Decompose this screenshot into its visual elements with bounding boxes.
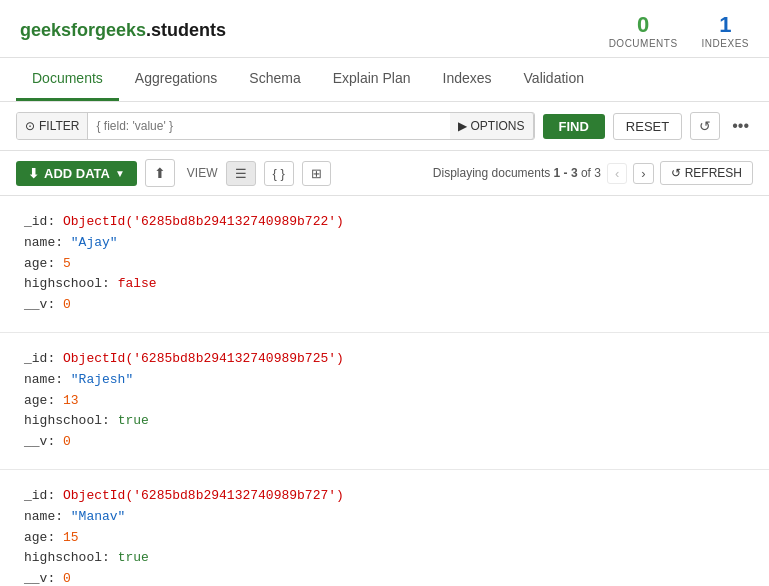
- options-label: OPTIONS: [470, 119, 524, 133]
- view-code-button[interactable]: { }: [264, 161, 294, 186]
- logo: geeksforgeeks.students: [20, 20, 226, 41]
- view-table-button[interactable]: ⊞: [302, 161, 331, 186]
- filter-wrapper: ⊙ FILTER ▶ OPTIONS: [16, 112, 535, 140]
- more-options-button[interactable]: •••: [728, 115, 753, 137]
- view-label: VIEW: [187, 166, 218, 180]
- data-toolbar: ⬇ ADD DATA ▼ ⬆ VIEW ☰ { } ⊞ Displaying d…: [0, 151, 769, 196]
- doc3-name-line: name: "Manav": [24, 507, 745, 528]
- documents-count: 0: [609, 12, 678, 38]
- doc2-name-line: name: "Rajesh": [24, 370, 745, 391]
- indexes-stat: 1 INDEXES: [702, 12, 749, 49]
- doc1-name-line: name: "Ajay": [24, 233, 745, 254]
- header: geeksforgeeks.students 0 DOCUMENTS 1 IND…: [0, 0, 769, 58]
- doc2-id-line: _id: ObjectId('6285bd8b294132740989b725'…: [24, 349, 745, 370]
- tab-schema[interactable]: Schema: [233, 58, 316, 101]
- indexes-count: 1: [702, 12, 749, 38]
- filter-icon: ⊙: [25, 119, 35, 133]
- tab-validation[interactable]: Validation: [508, 58, 600, 101]
- doc2-age-line: age: 13: [24, 391, 745, 412]
- document-card-3: _id: ObjectId('6285bd8b294132740989b727'…: [0, 470, 769, 586]
- export-button[interactable]: ⬆: [145, 159, 175, 187]
- filter-label: FILTER: [39, 119, 79, 133]
- refresh-label: REFRESH: [685, 166, 742, 180]
- paging-info: Displaying documents 1 - 3 of 3 ‹ › ↺ RE…: [433, 161, 753, 185]
- options-arrow-icon: ▶: [458, 119, 467, 133]
- indexes-label: INDEXES: [702, 38, 749, 49]
- header-stats: 0 DOCUMENTS 1 INDEXES: [609, 12, 749, 49]
- doc3-highschool-line: highschool: true: [24, 548, 745, 569]
- paging-text: Displaying documents 1 - 3 of 3: [433, 166, 601, 180]
- view-list-button[interactable]: ☰: [226, 161, 256, 186]
- doc1-v-line: __v: 0: [24, 295, 745, 316]
- add-data-label: ADD DATA: [44, 166, 110, 181]
- tab-documents[interactable]: Documents: [16, 58, 119, 101]
- tabs: Documents Aggregations Schema Explain Pl…: [0, 58, 769, 102]
- reset-button[interactable]: RESET: [613, 113, 682, 140]
- doc1-id-line: _id: ObjectId('6285bd8b294132740989b722'…: [24, 212, 745, 233]
- refresh-button[interactable]: ↺ REFRESH: [660, 161, 753, 185]
- tab-aggregations[interactable]: Aggregations: [119, 58, 234, 101]
- doc1-age-line: age: 5: [24, 254, 745, 275]
- paging-next-button[interactable]: ›: [633, 163, 653, 184]
- documents-label: DOCUMENTS: [609, 38, 678, 49]
- doc2-v-line: __v: 0: [24, 432, 745, 453]
- logo-prefix: geeksforgeeks: [20, 20, 146, 40]
- doc2-highschool-line: highschool: true: [24, 411, 745, 432]
- add-data-arrow-icon: ▼: [115, 168, 125, 179]
- options-button[interactable]: ▶ OPTIONS: [450, 112, 533, 140]
- document-card-1: _id: ObjectId('6285bd8b294132740989b722'…: [0, 196, 769, 333]
- logo-suffix: .students: [146, 20, 226, 40]
- doc3-age-line: age: 15: [24, 528, 745, 549]
- add-data-icon: ⬇: [28, 166, 39, 181]
- history-button[interactable]: ↺: [690, 112, 720, 140]
- add-data-button[interactable]: ⬇ ADD DATA ▼: [16, 161, 137, 186]
- filter-input[interactable]: [88, 112, 450, 140]
- filter-toolbar: ⊙ FILTER ▶ OPTIONS FIND RESET ↺ •••: [0, 102, 769, 151]
- documents-stat: 0 DOCUMENTS: [609, 12, 678, 49]
- doc3-v-line: __v: 0: [24, 569, 745, 586]
- paging-prev-button[interactable]: ‹: [607, 163, 627, 184]
- filter-button[interactable]: ⊙ FILTER: [17, 113, 88, 139]
- document-card-2: _id: ObjectId('6285bd8b294132740989b725'…: [0, 333, 769, 470]
- tab-explain-plan[interactable]: Explain Plan: [317, 58, 427, 101]
- doc1-highschool-line: highschool: false: [24, 274, 745, 295]
- doc3-id-line: _id: ObjectId('6285bd8b294132740989b727'…: [24, 486, 745, 507]
- tab-indexes[interactable]: Indexes: [427, 58, 508, 101]
- documents-area: _id: ObjectId('6285bd8b294132740989b722'…: [0, 196, 769, 586]
- find-button[interactable]: FIND: [543, 114, 605, 139]
